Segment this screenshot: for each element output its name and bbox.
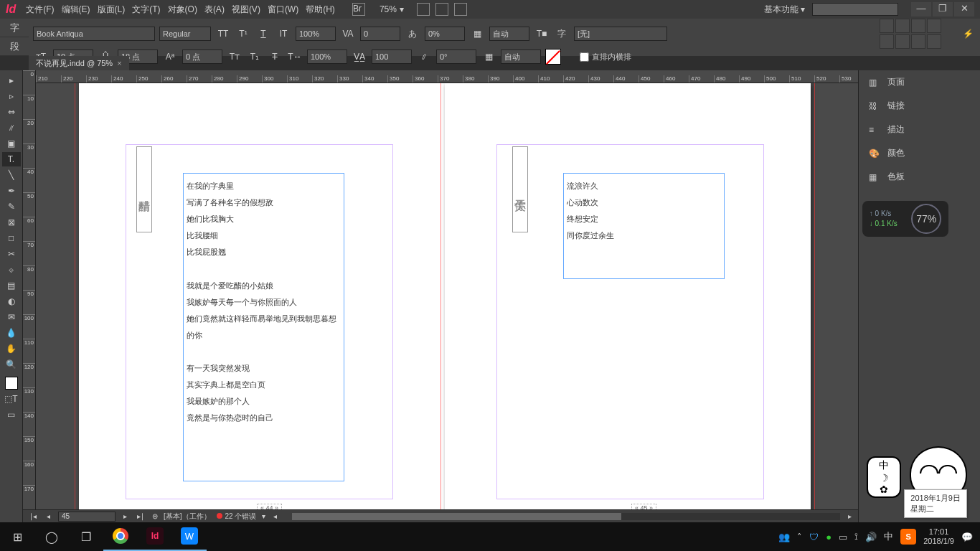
line-tool[interactable]: ╲ — [2, 168, 21, 182]
type-tool[interactable]: T. — [2, 152, 21, 166]
title-frame-left[interactable]: 醋精 — [136, 146, 152, 232]
pen-tool[interactable]: ✒ — [2, 184, 21, 198]
wps-taskbar-icon[interactable]: W — [172, 522, 207, 551]
page-tool[interactable]: ⇔ — [2, 105, 21, 119]
fill-swatch[interactable] — [545, 49, 561, 65]
scroll-left-button[interactable]: ◂ — [271, 512, 279, 520]
view-option-1-icon[interactable] — [417, 3, 430, 16]
canvas[interactable]: 醋精 在我的字典里写满了各种名字的假想敌她们比我胸大比我腰细比我屁股翘 我就是个… — [36, 83, 858, 522]
kerning-field[interactable]: 0 — [360, 27, 400, 41]
wifi-icon[interactable]: ⟟ — [854, 531, 858, 542]
screen-mode-icon[interactable]: ▭ — [2, 408, 21, 422]
cortana-button[interactable]: ◯ — [34, 522, 69, 551]
panel-stroke[interactable]: ≡描边 — [859, 118, 980, 141]
chrome-taskbar-icon[interactable] — [103, 522, 138, 551]
title-frame-right[interactable]: 关于你 — [512, 146, 528, 232]
rectangle-tool[interactable]: □ — [2, 231, 21, 245]
gap-tool[interactable]: ⫽ — [2, 121, 21, 135]
first-page-button[interactable]: ∣◂ — [27, 512, 39, 520]
prev-page-button[interactable]: ◂ — [44, 512, 52, 520]
text-fill-icon[interactable]: T■ — [534, 27, 550, 41]
subscript-icon[interactable]: T₁ — [247, 50, 263, 64]
zoom-dropdown-icon[interactable]: ▾ — [400, 4, 404, 14]
hscale-field[interactable]: 100% — [307, 50, 347, 64]
ime-bubble[interactable]: 中 ☽ ✿ — [867, 456, 901, 498]
document-tab[interactable]: 不说再见.indd @ 75% × — [29, 56, 129, 70]
page-left[interactable]: 醋精 在我的字典里写满了各种名字的假想敌她们比我胸大比我腰细比我屁股翘 我就是个… — [79, 83, 445, 521]
menu-layout[interactable]: 版面(L) — [98, 4, 126, 16]
battery-icon[interactable]: ▭ — [839, 532, 847, 542]
indesign-taskbar-icon[interactable]: Id — [138, 522, 172, 551]
tab-close-icon[interactable]: × — [117, 59, 121, 67]
fill-stroke-icon[interactable] — [2, 376, 21, 390]
close-button[interactable]: ✕ — [954, 2, 974, 17]
panel-pages[interactable]: ▥页面 — [859, 70, 980, 94]
page-right[interactable]: 关于你 流浪许久心动数次终想安定同你度过余生 « 45 » — [445, 83, 811, 521]
zoom-level[interactable]: 75% — [380, 4, 397, 14]
workspace-switcher[interactable]: 基本功能 ▾ — [764, 4, 805, 16]
menu-file[interactable]: 文件(F) — [26, 4, 54, 16]
volume-icon[interactable]: 🔊 — [865, 532, 877, 542]
task-view-button[interactable]: ❐ — [69, 522, 103, 551]
view-option-2-icon[interactable] — [435, 3, 448, 16]
arrange-icon[interactable] — [454, 3, 467, 16]
font-weight-field[interactable]: Regular — [159, 27, 211, 41]
horizontal-scrollbar[interactable] — [292, 513, 840, 520]
menu-object[interactable]: 对象(O) — [168, 4, 197, 16]
taskbar-clock[interactable]: 17:01 2018/1/9 — [923, 527, 954, 546]
ime-indicator[interactable]: 中 — [884, 530, 893, 543]
vscale-field[interactable]: 100% — [296, 27, 336, 41]
direct-selection-tool[interactable]: ▹ — [2, 89, 21, 103]
tatechuyoko-checkbox[interactable]: 直排内横排 — [580, 52, 631, 62]
strike-icon[interactable]: T — [267, 50, 283, 64]
auto1-field[interactable]: 自动 — [489, 27, 529, 41]
skew-field[interactable]: 0° — [436, 50, 476, 64]
open-dropdown-icon[interactable]: ⊜ — [152, 512, 158, 520]
start-button[interactable]: ⊞ — [0, 522, 34, 551]
content-collector-tool[interactable]: ▣ — [2, 136, 21, 151]
text-frame-right[interactable]: 流浪许久心动数次终想安定同你度过余生 — [563, 173, 725, 279]
allcaps-icon[interactable]: TT — [215, 27, 231, 41]
menu-view[interactable]: 视图(V) — [232, 4, 260, 16]
sogou-ime-icon[interactable]: S — [900, 529, 916, 545]
scissors-tool[interactable]: ✂ — [2, 247, 21, 261]
scroll-right-button[interactable]: ▸ — [846, 512, 854, 520]
smallcaps-icon[interactable]: Tᴛ — [227, 50, 242, 64]
panel-link[interactable]: ⛓链接 — [859, 94, 980, 118]
underline-icon[interactable]: T — [255, 27, 271, 41]
grid2-icon[interactable]: ▦ — [481, 50, 496, 64]
menu-window[interactable]: 窗口(W) — [268, 4, 298, 16]
note-tool[interactable]: ✉ — [2, 310, 21, 324]
security-icon[interactable]: 🛡 — [809, 532, 819, 542]
align-buttons[interactable] — [880, 19, 941, 49]
baseline-field[interactable]: 0 点 — [182, 50, 222, 64]
notifications-icon[interactable]: 💬 — [961, 532, 973, 542]
panel-swatch[interactable]: ▦色板 — [859, 165, 980, 189]
charstyle-field[interactable]: [无] — [574, 27, 667, 41]
panel-color[interactable]: 🎨颜色 — [859, 141, 980, 165]
char-mode-button[interactable]: 字 — [0, 19, 29, 37]
eyedropper-tool[interactable]: 💧 — [2, 326, 21, 340]
hand-tool[interactable]: ✋ — [2, 342, 21, 356]
preflight-profile[interactable]: [基本]（工作） — [164, 512, 211, 522]
para-mode-button[interactable]: 段 — [0, 37, 29, 56]
page-number-field[interactable]: 45 — [58, 512, 116, 522]
gradient-swatch-tool[interactable]: ▤ — [2, 278, 21, 293]
grid-icon[interactable]: ▦ — [469, 27, 485, 41]
people-icon[interactable]: 👥 — [778, 532, 790, 542]
menu-table[interactable]: 表(A) — [204, 4, 225, 16]
default-fill-stroke-icon[interactable]: ⬚T — [2, 392, 21, 406]
text-frame-left[interactable]: 在我的字典里写满了各种名字的假想敌她们比我胸大比我腰细比我屁股翘 我就是个爱吃醋… — [183, 173, 344, 481]
tsume-field[interactable]: 0% — [425, 27, 465, 41]
superscript-icon[interactable]: T¹ — [235, 27, 251, 41]
rectangle-frame-tool[interactable]: ⊠ — [2, 215, 21, 230]
preflight-errors[interactable]: 22 个错误 — [217, 512, 257, 522]
minimize-button[interactable]: — — [911, 2, 931, 17]
gradient-feather-tool[interactable]: ◐ — [2, 294, 21, 309]
menu-type[interactable]: 文字(T) — [132, 4, 160, 16]
bridge-icon[interactable]: Br — [352, 3, 365, 16]
tray-chevron-icon[interactable]: ˄ — [797, 532, 802, 542]
selection-tool[interactable]: ▸ — [2, 73, 21, 88]
maximize-button[interactable]: ❐ — [933, 2, 953, 17]
last-page-button[interactable]: ▸∣ — [135, 512, 146, 520]
